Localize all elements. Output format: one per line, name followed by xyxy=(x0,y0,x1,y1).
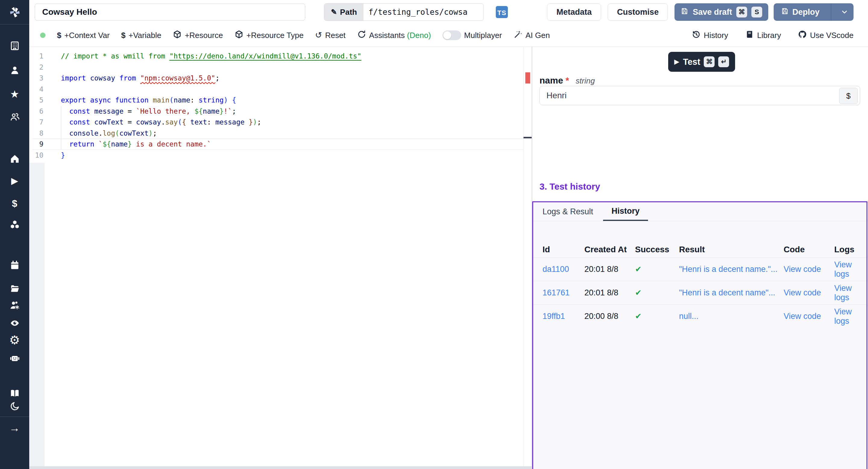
deploy-button[interactable]: Deploy xyxy=(774,3,827,21)
toolbar-add-resource-type[interactable]: +Resource Type xyxy=(235,30,304,41)
path-input[interactable] xyxy=(364,4,484,21)
script-title-input[interactable] xyxy=(35,4,305,21)
view-logs-link[interactable]: View logs xyxy=(834,260,867,279)
toolbar-library[interactable]: Library xyxy=(745,30,781,41)
customise-button[interactable]: Customise xyxy=(608,3,668,21)
view-code-link[interactable]: View code xyxy=(784,288,834,298)
result-link[interactable]: null... xyxy=(679,312,784,321)
tab-history[interactable]: History xyxy=(603,202,648,221)
deploy-divider xyxy=(831,3,831,21)
multiplayer-toggle[interactable] xyxy=(442,30,461,40)
view-logs-link[interactable]: View logs xyxy=(834,284,867,302)
test-history-panel: Logs & Result History IdCreated AtSucces… xyxy=(532,201,867,469)
line-number: 6 xyxy=(29,106,44,117)
sidebar-eye-icon[interactable] xyxy=(0,317,29,329)
sidebar-cubes-icon[interactable] xyxy=(0,219,29,230)
add-resource-type-icon xyxy=(235,30,244,41)
sidebar-building-icon[interactable] xyxy=(0,40,29,52)
editor-toolbar: $+Context Var$+Variable+Resource+Resourc… xyxy=(29,24,868,47)
windmill-script-editor: ★▶$⚙→ ✎ Path TS Metadata Customise Save … xyxy=(0,0,868,469)
play-icon: ▶ xyxy=(674,58,679,66)
sidebar-user-icon[interactable] xyxy=(0,64,29,76)
arg-name-label: name* string xyxy=(539,75,595,86)
toolbar-label: Library xyxy=(757,31,781,40)
required-asterisk: * xyxy=(565,75,569,86)
toolbar-label: +Variable xyxy=(128,31,161,40)
code-line: 10} xyxy=(29,150,523,161)
test-button[interactable]: ▶ Test ⌘ ↵ xyxy=(668,52,735,72)
toolbar-multiplayer[interactable]: Multiplayer xyxy=(442,30,502,40)
path-label: Path xyxy=(340,7,357,17)
sidebar-home-icon[interactable] xyxy=(0,153,29,165)
column-header: Id xyxy=(542,245,584,254)
run-id-link[interactable]: 19ffb1 xyxy=(542,312,584,321)
error-marker xyxy=(525,72,530,84)
view-code-link[interactable]: View code xyxy=(784,264,834,274)
windmill-logo-icon[interactable] xyxy=(0,4,29,21)
toolbar-add-context-var[interactable]: $+Context Var xyxy=(57,31,110,40)
assistants-icon xyxy=(357,30,366,41)
sidebar-play-icon[interactable]: ▶ xyxy=(0,175,29,187)
toolbar-history[interactable]: History xyxy=(692,30,728,41)
code-editor[interactable]: 1// import * as wmill from "https://deno… xyxy=(29,47,523,469)
history-row: 16176120:01 8/8✔"Henri is a decent name"… xyxy=(533,281,867,305)
sidebar-book-open-icon[interactable] xyxy=(0,387,29,399)
toolbar-ai-gen[interactable]: AI Gen xyxy=(514,30,550,41)
view-logs-link[interactable]: View logs xyxy=(834,307,867,326)
deploy-split-button: Deploy xyxy=(774,3,854,21)
save-icon xyxy=(781,7,789,17)
result-link[interactable]: "Henri is a decent name"... xyxy=(679,288,784,298)
line-number: 5 xyxy=(29,95,44,106)
success-check-icon: ✔ xyxy=(635,312,679,321)
sidebar-robot-icon[interactable] xyxy=(0,352,29,364)
result-link[interactable]: "Henri is a decent name."... xyxy=(679,264,784,274)
run-id-link[interactable]: da1100 xyxy=(542,264,584,274)
toolbar-label: +Context Var xyxy=(64,31,110,40)
insert-variable-button[interactable]: $ xyxy=(839,88,858,104)
save-draft-label: Save draft xyxy=(692,7,732,17)
history-icon xyxy=(692,30,701,41)
enter-key-badge: ↵ xyxy=(718,56,729,67)
preview-panel: ▶ Test ⌘ ↵ name* string $ 3. Test histor… xyxy=(532,47,868,469)
deploy-dropdown-button[interactable] xyxy=(835,3,854,21)
code-line: 1// import * as wmill from "https://deno… xyxy=(29,51,523,62)
cursor-position-marker xyxy=(524,137,532,138)
view-code-link[interactable]: View code xyxy=(784,312,834,321)
library-icon xyxy=(745,30,754,41)
tab-logs-result[interactable]: Logs & Result xyxy=(542,202,593,221)
ai-gen-icon xyxy=(514,30,523,41)
code-line: 7 const cowText = cowsay.say({ text: mes… xyxy=(29,117,523,128)
sidebar-calendar-icon[interactable] xyxy=(0,259,29,271)
name-value-input[interactable] xyxy=(540,86,860,105)
toolbar-reset[interactable]: ↺Reset xyxy=(315,31,345,40)
sidebar-user-cog-icon[interactable] xyxy=(0,299,29,311)
gutter-tail xyxy=(29,163,44,469)
toolbar-label: +Resource xyxy=(185,31,223,40)
edit-path-button[interactable]: ✎ Path xyxy=(324,4,364,21)
sidebar: ★▶$⚙→ xyxy=(0,0,29,469)
run-id-link[interactable]: 161761 xyxy=(542,288,584,298)
sidebar-divider xyxy=(0,416,29,417)
horizontal-scrollbar-track[interactable] xyxy=(29,466,532,469)
toolbar-assistants[interactable]: Assistants (Deno) xyxy=(357,30,431,41)
code-line: 2 xyxy=(29,62,523,73)
sidebar-gear-icon[interactable]: ⚙ xyxy=(0,334,29,346)
metadata-button[interactable]: Metadata xyxy=(547,3,601,21)
toolbar-add-resource[interactable]: +Resource xyxy=(173,30,223,41)
overview-ruler[interactable] xyxy=(523,47,532,469)
sidebar-moon-icon[interactable] xyxy=(0,400,29,412)
code-line: 9 return `${name} is a decent name.` xyxy=(29,139,523,150)
column-header: Created At xyxy=(584,245,635,254)
deno-label: (Deno) xyxy=(407,31,431,40)
sidebar-arrow-right-icon[interactable]: → xyxy=(0,422,29,434)
sidebar-folder-icon[interactable] xyxy=(0,282,29,294)
line-number: 10 xyxy=(29,150,44,161)
toolbar-add-variable[interactable]: $+Variable xyxy=(121,31,161,40)
history-table: IdCreated AtSuccessResultCodeLogsda11002… xyxy=(533,242,867,328)
sidebar-dollar-icon[interactable]: $ xyxy=(0,197,29,210)
line-number: 7 xyxy=(29,117,44,128)
toolbar-use-vscode[interactable]: Use VScode xyxy=(798,30,854,41)
sidebar-users-icon[interactable] xyxy=(0,111,29,123)
sidebar-star-icon[interactable]: ★ xyxy=(0,88,29,100)
save-draft-button[interactable]: Save draft ⌘ S xyxy=(675,3,768,21)
